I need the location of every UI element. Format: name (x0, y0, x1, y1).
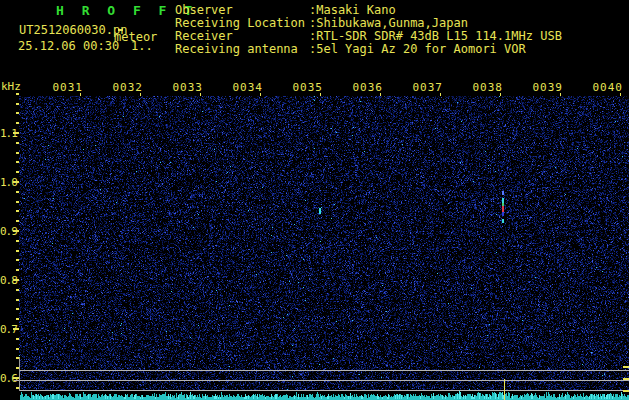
overlapped-glyph-artifact (118, 29, 123, 31)
meteor-echo-segment (319, 208, 321, 214)
right-edge-tick-lower (623, 390, 629, 392)
time-label: 0035 (275, 81, 323, 94)
spectrogram-canvas (19, 96, 629, 400)
time-label: 0033 (155, 81, 203, 94)
info-value-antenna: :5el Yagi Az 20 for Aomori VOR (309, 43, 526, 56)
ref-box-left-border (19, 357, 20, 391)
hrofft-window: H R O F F T UT2512060030.pn meteor 25.12… (0, 0, 629, 400)
freq-tick-minor (16, 93, 19, 95)
ref-line-middle (14, 380, 629, 381)
freq-label: 0.7 (0, 323, 14, 336)
echo-counter: 1.. (131, 40, 153, 53)
time-label: 0037 (395, 81, 443, 94)
time-label: 0032 (95, 81, 143, 94)
observation-datetime: 25.12.06 00:30 (18, 40, 119, 53)
meteor-echo-segment (502, 219, 504, 223)
right-edge-tick-middle (623, 378, 629, 380)
freq-label: 1.1 (0, 127, 14, 140)
right-edge-tick-upper (623, 366, 629, 368)
freq-label: 0.6 (0, 372, 14, 385)
freq-axis-unit-label: kHz (1, 80, 21, 93)
ref-line-lower (19, 390, 629, 391)
meteor-echo-segment (502, 212, 504, 216)
freq-label: 0.9 (0, 225, 14, 238)
time-label: 0040 (575, 81, 623, 94)
freq-label: 0.8 (0, 274, 14, 287)
ref-line-upper (19, 370, 629, 371)
output-filename: UT2512060030.pn (19, 24, 127, 37)
detection-marker-line (504, 379, 505, 400)
time-label: 0039 (515, 81, 563, 94)
freq-label: 1.0 (0, 176, 14, 189)
meteor-echo-segment (502, 191, 504, 195)
time-label: 0031 (35, 81, 83, 94)
time-label: 0034 (215, 81, 263, 94)
time-label: 0036 (335, 81, 383, 94)
time-label: 0038 (455, 81, 503, 94)
info-label-antenna: Receiving antenna (175, 43, 298, 56)
